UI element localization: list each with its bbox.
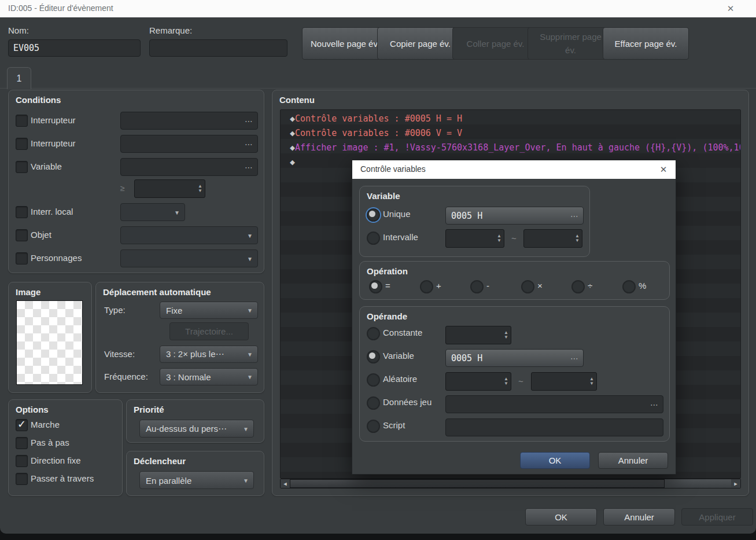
gamedata-field[interactable]: ⋯ — [445, 395, 663, 413]
item-dropdown[interactable]: ▼ — [120, 226, 258, 244]
stepping-checkbox[interactable] — [16, 437, 28, 449]
dialog-cancel-button[interactable]: Annuler — [598, 452, 668, 469]
copy-event-page-button[interactable]: Copier page év. — [377, 27, 463, 60]
window-close-icon[interactable]: ✕ — [722, 2, 739, 16]
scroll-left-icon[interactable]: ◄ — [281, 479, 290, 488]
dropdown-arrow-icon: ▼ — [247, 232, 253, 238]
constant-spinner[interactable]: ▲▼ — [445, 326, 511, 344]
control-variables-dialog: Contrôle variables ✕ Variable Unique 000… — [352, 160, 676, 475]
tab-page-1[interactable]: 1 — [7, 67, 31, 89]
auto-move-title: Déplacement automatique — [103, 287, 211, 297]
switch2-browse-icon[interactable]: ⋯ — [245, 139, 253, 149]
switch1-browse-icon[interactable]: ⋯ — [245, 116, 253, 126]
move-type-dropdown[interactable]: Fixe ▼ — [160, 302, 258, 319]
actor-label: Personnages — [31, 253, 82, 263]
single-variable-radio[interactable] — [367, 208, 380, 222]
operand-group: Opérande Constante ▲▼ Variable 0005 H ⋯ … — [359, 306, 670, 442]
priority-dropdown[interactable]: Au-dessus du pers⋯ ▼ — [139, 420, 254, 438]
switch1-field[interactable]: ⋯ — [120, 112, 258, 130]
variable-browse-icon[interactable]: ⋯ — [570, 211, 578, 221]
op-mul-radio[interactable] — [521, 280, 534, 293]
conditions-title: Conditions — [16, 95, 61, 105]
operand-script-radio[interactable] — [367, 420, 380, 433]
dropdown-arrow-icon: ▼ — [247, 255, 253, 262]
direction-fix-checkbox[interactable] — [16, 455, 28, 467]
variable-browse-icon[interactable]: ⋯ — [570, 354, 578, 363]
gamedata-browse-icon[interactable]: ⋯ — [650, 400, 658, 409]
selfswitch-dropdown[interactable]: ▼ — [120, 203, 185, 221]
event-command-line[interactable]: ◆Contrôle variables : #0005 H = H — [290, 113, 462, 124]
dropdown-arrow-icon: ▼ — [243, 425, 249, 432]
name-label: Nom: — [8, 25, 29, 35]
dialog-close-icon[interactable]: ✕ — [655, 163, 672, 177]
switch2-field[interactable]: ⋯ — [120, 135, 258, 153]
scrollbar-thumb[interactable] — [290, 479, 665, 488]
content-horizontal-scrollbar[interactable]: ◄ ► — [280, 479, 741, 488]
event-command-line[interactable]: ◆Afficher image : #1, !Vassy-5760x3168_L… — [290, 142, 741, 153]
op-sub-label: - — [486, 281, 489, 291]
scroll-right-icon[interactable]: ► — [731, 479, 740, 488]
operand-variable-field[interactable]: 0005 H ⋯ — [445, 349, 584, 367]
operand-group-title: Opérande — [367, 311, 407, 321]
range-variable-label: Intervalle — [383, 232, 418, 242]
selfswitch-checkbox[interactable] — [16, 206, 28, 218]
op-div-radio[interactable] — [571, 280, 585, 293]
op-mod-radio[interactable] — [622, 280, 636, 293]
op-add-radio[interactable] — [420, 280, 433, 293]
event-command-line[interactable]: ◆ — [290, 157, 295, 167]
script-field[interactable] — [445, 418, 663, 436]
single-variable-field[interactable]: 0005 H ⋯ — [445, 207, 584, 225]
switch2-checkbox[interactable] — [16, 138, 28, 150]
operand-gamedata-radio[interactable] — [367, 396, 380, 410]
name-input[interactable] — [8, 39, 141, 57]
move-speed-dropdown[interactable]: 3 : 2× plus le⋯ ▼ — [160, 346, 258, 363]
op-set-radio[interactable] — [369, 280, 382, 293]
range-tilde: ~ — [511, 233, 517, 243]
operation-group-title: Opération — [367, 266, 408, 276]
variable-label: Variable — [31, 161, 62, 171]
trigger-dropdown[interactable]: En parallèle ▼ — [139, 471, 254, 489]
gte-symbol: ≥ — [120, 183, 125, 193]
operand-variable-radio[interactable] — [367, 350, 380, 363]
actor-dropdown[interactable]: ▼ — [120, 249, 258, 267]
variable-checkbox[interactable] — [16, 161, 28, 173]
walking-checkbox[interactable]: ✓ — [16, 419, 28, 431]
operation-group: Opération = + - × ÷ % — [359, 261, 670, 300]
new-event-page-button[interactable]: Nouvelle page év. — [302, 27, 388, 60]
switch1-checkbox[interactable] — [16, 115, 28, 127]
range-end-spinner[interactable]: ▲▼ — [523, 229, 582, 248]
variable-field[interactable]: ⋯ — [120, 158, 258, 176]
cancel-button[interactable]: Annuler — [603, 508, 675, 526]
op-sub-radio[interactable] — [470, 280, 484, 293]
command-bullet-icon: ◆ — [290, 113, 295, 124]
clear-event-page-button[interactable]: Effacer page év. — [603, 27, 689, 60]
trigger-panel: Déclencheur En parallèle ▼ — [126, 451, 264, 496]
actor-checkbox[interactable] — [16, 252, 28, 265]
move-freq-dropdown[interactable]: 3 : Normale ▼ — [160, 368, 258, 385]
operand-constant-radio[interactable] — [367, 327, 380, 340]
priority-panel: Priorité Au-dessus du pers⋯ ▼ — [126, 399, 264, 443]
range-start-spinner[interactable]: ▲▼ — [445, 229, 504, 248]
content-title: Contenu — [279, 95, 315, 105]
event-image-preview[interactable] — [16, 300, 83, 385]
operand-constant-label: Constante — [383, 328, 422, 337]
ok-button[interactable]: OK — [525, 508, 597, 526]
switch2-label: Interrupteur — [31, 138, 76, 148]
variable-browse-icon[interactable]: ⋯ — [245, 163, 253, 172]
item-checkbox[interactable] — [16, 229, 28, 241]
random-max-spinner[interactable]: ▲▼ — [531, 372, 597, 391]
delete-event-page-button: Supprimer page év. — [528, 27, 614, 60]
note-input[interactable] — [149, 39, 287, 57]
options-panel: Options ✓ Marche Pas à pas Direction fix… — [8, 399, 123, 496]
priority-title: Priorité — [134, 405, 164, 414]
paste-event-page-button: Coller page év. — [452, 27, 539, 60]
through-checkbox[interactable] — [16, 473, 28, 485]
random-min-spinner[interactable]: ▲▼ — [445, 372, 511, 391]
spinner-down-icon[interactable]: ▼ — [198, 189, 202, 193]
event-command-line[interactable]: ◆Contrôle variables : #0006 V = V — [290, 128, 462, 138]
variable-value-spinner[interactable]: ▲▼ — [134, 179, 205, 198]
dialog-ok-button[interactable]: OK — [520, 452, 590, 469]
operand-random-radio[interactable] — [367, 373, 380, 387]
range-variable-radio[interactable] — [367, 232, 380, 245]
move-type-label: Type: — [104, 305, 126, 315]
